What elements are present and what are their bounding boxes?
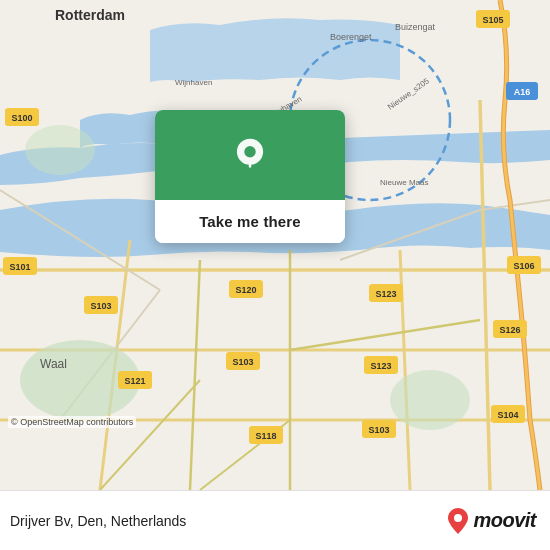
moovit-logo: moovit bbox=[447, 507, 536, 535]
svg-text:S100: S100 bbox=[11, 113, 32, 123]
osm-credit: © OpenStreetMap contributors bbox=[8, 416, 136, 428]
svg-text:S105: S105 bbox=[482, 15, 503, 25]
osm-credit-text: © OpenStreetMap contributors bbox=[11, 417, 133, 427]
svg-text:S123: S123 bbox=[370, 361, 391, 371]
bottom-bar: Drijver Bv, Den, Netherlands moovit bbox=[0, 490, 550, 550]
location-label: Drijver Bv, Den, Netherlands bbox=[10, 513, 186, 529]
svg-point-59 bbox=[244, 146, 255, 157]
take-me-there-button[interactable]: Take me there bbox=[155, 200, 345, 243]
svg-text:S103: S103 bbox=[90, 301, 111, 311]
location-pin-icon bbox=[232, 137, 268, 173]
svg-text:S123: S123 bbox=[375, 289, 396, 299]
svg-text:S103: S103 bbox=[232, 357, 253, 367]
moovit-pin-icon bbox=[447, 507, 469, 535]
svg-text:Waal: Waal bbox=[40, 357, 67, 371]
svg-text:Buizengat: Buizengat bbox=[395, 22, 436, 32]
svg-text:Nieuwe Maas: Nieuwe Maas bbox=[380, 178, 428, 187]
svg-text:S121: S121 bbox=[124, 376, 145, 386]
svg-text:Rotterdam: Rotterdam bbox=[55, 7, 125, 23]
map-container: S105 A16 S100 S106 S101 S103 S120 S103 S… bbox=[0, 0, 550, 490]
svg-point-60 bbox=[454, 514, 462, 522]
popup-green-area bbox=[155, 110, 345, 200]
svg-text:S106: S106 bbox=[513, 261, 534, 271]
svg-text:S118: S118 bbox=[255, 431, 276, 441]
svg-text:S101: S101 bbox=[9, 262, 30, 272]
moovit-wordmark: moovit bbox=[473, 509, 536, 532]
svg-text:S120: S120 bbox=[235, 285, 256, 295]
svg-text:Boerenget: Boerenget bbox=[330, 32, 372, 42]
svg-text:S104: S104 bbox=[497, 410, 518, 420]
svg-point-18 bbox=[390, 370, 470, 430]
svg-text:A16: A16 bbox=[514, 87, 531, 97]
popup-card: Take me there bbox=[155, 110, 345, 243]
svg-point-19 bbox=[25, 125, 95, 175]
svg-text:S103: S103 bbox=[368, 425, 389, 435]
svg-text:S126: S126 bbox=[499, 325, 520, 335]
svg-text:Wijnhaven: Wijnhaven bbox=[175, 78, 212, 87]
